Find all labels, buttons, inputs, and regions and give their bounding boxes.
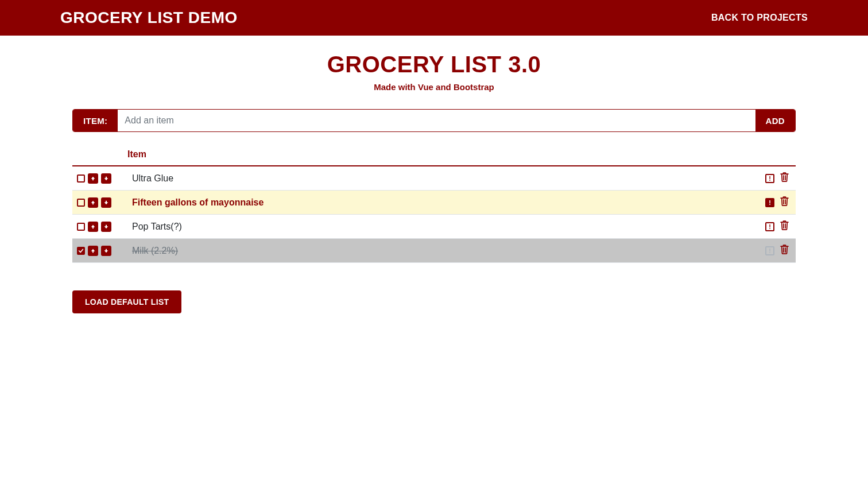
arrow-up-icon [90, 197, 96, 208]
input-label: ITEM: [73, 110, 118, 131]
trash-icon [780, 196, 789, 208]
exclamation-icon: ! [769, 247, 771, 254]
move-down-button[interactable] [101, 222, 111, 232]
trash-icon [780, 172, 789, 184]
move-up-button[interactable] [88, 222, 98, 232]
row-controls [77, 246, 127, 256]
move-down-button[interactable] [101, 173, 111, 184]
back-to-projects-link[interactable]: BACK TO PROJECTS [711, 13, 808, 23]
column-header-item: Item [127, 149, 146, 160]
priority-button[interactable]: ! [765, 174, 774, 183]
priority-button[interactable]: ! [765, 222, 774, 231]
trash-icon [780, 220, 789, 232]
delete-button[interactable] [780, 220, 789, 232]
row-controls [77, 197, 127, 208]
move-up-button[interactable] [88, 197, 98, 208]
row-actions: ! [765, 172, 791, 184]
navbar: GROCERY LIST DEMO BACK TO PROJECTS [0, 0, 868, 36]
delete-button[interactable] [780, 172, 789, 184]
row-actions: ! [765, 220, 791, 232]
move-down-button[interactable] [101, 197, 111, 208]
table-row: Pop Tarts(?)! [72, 215, 796, 239]
arrow-up-icon [90, 222, 96, 232]
item-text: Milk (2.2%) [127, 246, 765, 256]
arrow-down-icon [103, 246, 109, 256]
add-item-input[interactable] [118, 110, 755, 131]
arrow-down-icon [103, 173, 109, 184]
navbar-brand: GROCERY LIST DEMO [60, 9, 238, 27]
arrow-down-icon [103, 197, 109, 208]
add-item-input-group: ITEM: ADD [72, 109, 796, 132]
checkbox[interactable] [77, 247, 85, 255]
exclamation-icon: ! [769, 223, 771, 230]
arrow-up-icon [90, 246, 96, 256]
trash-icon [780, 245, 789, 257]
arrow-down-icon [103, 222, 109, 232]
exclamation-icon: ! [769, 199, 771, 206]
exclamation-icon: ! [769, 175, 771, 182]
table-row: Milk (2.2%)! [72, 239, 796, 263]
item-list: Ultra Glue!Fifteen gallons of mayonnaise… [72, 166, 796, 263]
move-down-button[interactable] [101, 246, 111, 256]
page-title: GROCERY LIST 3.0 [72, 52, 796, 77]
move-up-button[interactable] [88, 173, 98, 184]
priority-button: ! [765, 246, 774, 255]
priority-button[interactable]: ! [765, 198, 774, 207]
row-controls [77, 173, 127, 184]
row-actions: ! [765, 196, 791, 208]
page-subtitle: Made with Vue and Bootstrap [72, 82, 796, 92]
item-text: Fifteen gallons of mayonnaise [127, 197, 765, 208]
arrow-up-icon [90, 173, 96, 184]
table-row: Ultra Glue! [72, 166, 796, 191]
delete-button[interactable] [780, 196, 789, 208]
checkbox[interactable] [77, 199, 85, 207]
row-actions: ! [765, 245, 791, 257]
item-text: Pop Tarts(?) [127, 222, 765, 232]
checkbox[interactable] [77, 174, 85, 183]
item-text: Ultra Glue [127, 173, 765, 184]
table-header-row: Item [72, 145, 796, 166]
add-button[interactable]: ADD [755, 110, 795, 131]
row-controls [77, 222, 127, 232]
table-row: Fifteen gallons of mayonnaise! [72, 191, 796, 215]
checkbox[interactable] [77, 223, 85, 231]
load-default-list-button[interactable]: LOAD DEFAULT LIST [72, 290, 181, 313]
move-up-button[interactable] [88, 246, 98, 256]
delete-button[interactable] [780, 245, 789, 257]
